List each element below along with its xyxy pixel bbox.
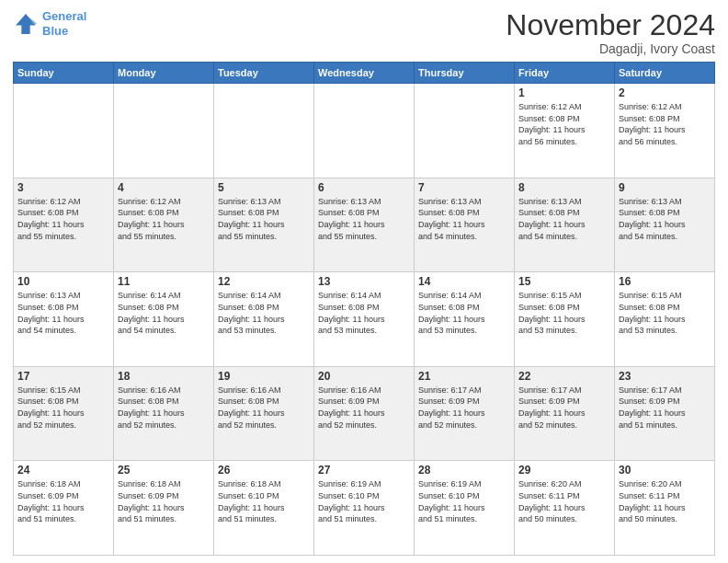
- day-info: Sunrise: 6:15 AMSunset: 6:08 PMDaylight:…: [518, 290, 610, 336]
- day-number: 15: [518, 275, 610, 288]
- day-cell: [314, 84, 415, 178]
- day-number: 16: [619, 275, 711, 288]
- day-cell: 7Sunrise: 6:13 AMSunset: 6:08 PMDaylight…: [415, 178, 515, 272]
- day-info: Sunrise: 6:19 AMSunset: 6:10 PMDaylight:…: [318, 478, 410, 524]
- logo-line1: General: [42, 9, 86, 23]
- day-info: Sunrise: 6:14 AMSunset: 6:08 PMDaylight:…: [118, 290, 210, 336]
- day-cell: 19Sunrise: 6:16 AMSunset: 6:08 PMDayligh…: [214, 366, 314, 461]
- day-info: Sunrise: 6:17 AMSunset: 6:09 PMDaylight:…: [619, 385, 711, 431]
- day-cell: 28Sunrise: 6:19 AMSunset: 6:10 PMDayligh…: [415, 461, 515, 556]
- day-number: 27: [318, 464, 410, 477]
- day-cell: 12Sunrise: 6:14 AMSunset: 6:08 PMDayligh…: [214, 272, 314, 367]
- page: General Blue November 2024 Dagadji, Ivor…: [0, 0, 728, 563]
- col-header-thursday: Thursday: [415, 63, 515, 84]
- week-row-4: 24Sunrise: 6:18 AMSunset: 6:09 PMDayligh…: [14, 461, 715, 556]
- day-info: Sunrise: 6:14 AMSunset: 6:08 PMDaylight:…: [218, 290, 310, 336]
- day-info: Sunrise: 6:13 AMSunset: 6:08 PMDaylight:…: [318, 196, 410, 242]
- day-number: 11: [118, 275, 210, 288]
- day-number: 13: [318, 275, 410, 288]
- calendar-header: SundayMondayTuesdayWednesdayThursdayFrid…: [14, 63, 715, 84]
- day-info: Sunrise: 6:17 AMSunset: 6:09 PMDaylight:…: [518, 385, 610, 431]
- day-cell: 13Sunrise: 6:14 AMSunset: 6:08 PMDayligh…: [314, 272, 415, 367]
- col-header-saturday: Saturday: [615, 63, 715, 84]
- col-header-sunday: Sunday: [14, 63, 114, 84]
- col-header-monday: Monday: [114, 63, 214, 84]
- day-number: 3: [17, 181, 109, 194]
- day-cell: 29Sunrise: 6:20 AMSunset: 6:11 PMDayligh…: [515, 461, 615, 556]
- day-number: 25: [118, 464, 210, 477]
- day-cell: [214, 84, 314, 178]
- day-cell: 22Sunrise: 6:17 AMSunset: 6:09 PMDayligh…: [515, 366, 615, 461]
- day-cell: 21Sunrise: 6:17 AMSunset: 6:09 PMDayligh…: [415, 366, 515, 461]
- day-cell: 1Sunrise: 6:12 AMSunset: 6:08 PMDaylight…: [515, 84, 615, 178]
- day-info: Sunrise: 6:16 AMSunset: 6:09 PMDaylight:…: [318, 385, 410, 431]
- day-cell: 14Sunrise: 6:14 AMSunset: 6:08 PMDayligh…: [415, 272, 515, 367]
- day-cell: [14, 84, 114, 178]
- day-cell: 11Sunrise: 6:14 AMSunset: 6:08 PMDayligh…: [114, 272, 214, 367]
- day-info: Sunrise: 6:14 AMSunset: 6:08 PMDaylight:…: [318, 290, 410, 336]
- week-row-0: 1Sunrise: 6:12 AMSunset: 6:08 PMDaylight…: [14, 84, 715, 178]
- day-info: Sunrise: 6:18 AMSunset: 6:09 PMDaylight:…: [118, 478, 210, 524]
- day-info: Sunrise: 6:15 AMSunset: 6:08 PMDaylight:…: [17, 385, 109, 431]
- day-cell: 20Sunrise: 6:16 AMSunset: 6:09 PMDayligh…: [314, 366, 415, 461]
- page-title: November 2024: [506, 9, 715, 41]
- day-cell: 5Sunrise: 6:13 AMSunset: 6:08 PMDaylight…: [214, 178, 314, 272]
- day-cell: 27Sunrise: 6:19 AMSunset: 6:10 PMDayligh…: [314, 461, 415, 556]
- day-info: Sunrise: 6:16 AMSunset: 6:08 PMDaylight:…: [218, 385, 310, 431]
- week-row-2: 10Sunrise: 6:13 AMSunset: 6:08 PMDayligh…: [14, 272, 715, 367]
- day-cell: 16Sunrise: 6:15 AMSunset: 6:08 PMDayligh…: [615, 272, 715, 367]
- day-number: 9: [619, 181, 711, 194]
- calendar-body: 1Sunrise: 6:12 AMSunset: 6:08 PMDaylight…: [14, 84, 715, 556]
- day-info: Sunrise: 6:13 AMSunset: 6:08 PMDaylight:…: [418, 196, 510, 242]
- day-info: Sunrise: 6:12 AMSunset: 6:08 PMDaylight:…: [118, 196, 210, 242]
- header-row: SundayMondayTuesdayWednesdayThursdayFrid…: [14, 63, 715, 84]
- day-cell: 17Sunrise: 6:15 AMSunset: 6:08 PMDayligh…: [14, 366, 114, 461]
- day-cell: [114, 84, 214, 178]
- day-number: 21: [418, 370, 510, 383]
- calendar-table: SundayMondayTuesdayWednesdayThursdayFrid…: [13, 62, 715, 556]
- page-subtitle: Dagadji, Ivory Coast: [506, 41, 715, 56]
- day-info: Sunrise: 6:13 AMSunset: 6:08 PMDaylight:…: [518, 196, 610, 242]
- day-cell: [415, 84, 515, 178]
- day-cell: 26Sunrise: 6:18 AMSunset: 6:10 PMDayligh…: [214, 461, 314, 556]
- day-number: 5: [218, 181, 310, 194]
- day-number: 17: [17, 370, 109, 383]
- day-info: Sunrise: 6:18 AMSunset: 6:10 PMDaylight:…: [218, 478, 310, 524]
- day-number: 28: [418, 464, 510, 477]
- day-cell: 30Sunrise: 6:20 AMSunset: 6:11 PMDayligh…: [615, 461, 715, 556]
- day-info: Sunrise: 6:13 AMSunset: 6:08 PMDaylight:…: [218, 196, 310, 242]
- day-info: Sunrise: 6:16 AMSunset: 6:08 PMDaylight:…: [118, 385, 210, 431]
- week-row-1: 3Sunrise: 6:12 AMSunset: 6:08 PMDaylight…: [14, 178, 715, 272]
- day-cell: 15Sunrise: 6:15 AMSunset: 6:08 PMDayligh…: [515, 272, 615, 367]
- day-cell: 18Sunrise: 6:16 AMSunset: 6:08 PMDayligh…: [114, 366, 214, 461]
- col-header-wednesday: Wednesday: [314, 63, 415, 84]
- day-number: 8: [518, 181, 610, 194]
- day-cell: 23Sunrise: 6:17 AMSunset: 6:09 PMDayligh…: [615, 366, 715, 461]
- day-cell: 8Sunrise: 6:13 AMSunset: 6:08 PMDaylight…: [515, 178, 615, 272]
- logo: General Blue: [13, 9, 86, 38]
- day-number: 20: [318, 370, 410, 383]
- day-info: Sunrise: 6:17 AMSunset: 6:09 PMDaylight:…: [418, 385, 510, 431]
- day-info: Sunrise: 6:19 AMSunset: 6:10 PMDaylight:…: [418, 478, 510, 524]
- day-cell: 3Sunrise: 6:12 AMSunset: 6:08 PMDaylight…: [14, 178, 114, 272]
- header: General Blue November 2024 Dagadji, Ivor…: [13, 9, 715, 56]
- day-cell: 9Sunrise: 6:13 AMSunset: 6:08 PMDaylight…: [615, 178, 715, 272]
- logo-text: General Blue: [42, 9, 86, 38]
- day-info: Sunrise: 6:20 AMSunset: 6:11 PMDaylight:…: [619, 478, 711, 524]
- day-number: 7: [418, 181, 510, 194]
- day-number: 10: [17, 275, 109, 288]
- logo-line2: Blue: [42, 24, 68, 38]
- day-info: Sunrise: 6:20 AMSunset: 6:11 PMDaylight:…: [518, 478, 610, 524]
- day-number: 12: [218, 275, 310, 288]
- day-info: Sunrise: 6:13 AMSunset: 6:08 PMDaylight:…: [619, 196, 711, 242]
- day-info: Sunrise: 6:12 AMSunset: 6:08 PMDaylight:…: [17, 196, 109, 242]
- day-cell: 4Sunrise: 6:12 AMSunset: 6:08 PMDaylight…: [114, 178, 214, 272]
- day-number: 4: [118, 181, 210, 194]
- day-number: 2: [619, 86, 711, 99]
- day-number: 30: [619, 464, 711, 477]
- day-number: 14: [418, 275, 510, 288]
- day-number: 29: [518, 464, 610, 477]
- day-info: Sunrise: 6:12 AMSunset: 6:08 PMDaylight:…: [619, 101, 711, 147]
- day-cell: 24Sunrise: 6:18 AMSunset: 6:09 PMDayligh…: [14, 461, 114, 556]
- day-info: Sunrise: 6:13 AMSunset: 6:08 PMDaylight:…: [17, 290, 109, 336]
